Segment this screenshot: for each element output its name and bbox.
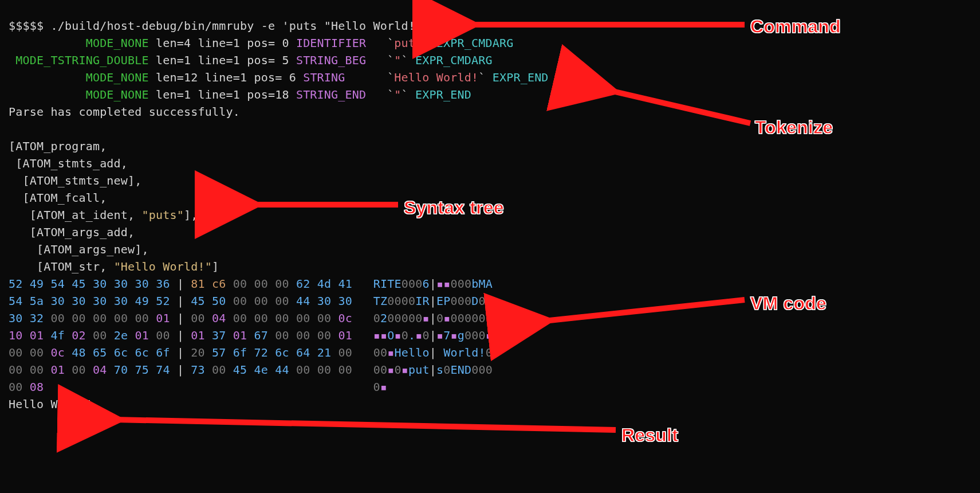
label-syntaxtree: Syntax tree <box>404 194 504 221</box>
token-line: MODE_NONE len=1 line=1 pos=18 STRING_END… <box>9 86 980 103</box>
label-vmcode: VM code <box>750 289 826 317</box>
parse-status: Parse has completed successfully. <box>9 103 980 120</box>
token-line: MODE_NONE len=12 line=1 pos= 6 STRING `H… <box>9 69 980 86</box>
syntax-tree-line: [ATOM_stmts_add, <box>9 155 980 172</box>
syntax-tree-line: [ATOM_args_new], <box>9 241 980 258</box>
hexdump-line: 00 00 01 00 04 70 75 74 | 73 00 45 4e 44… <box>9 361 980 378</box>
hexdump-line: 30 32 00 00 00 00 00 01 | 00 04 00 00 00… <box>9 310 980 327</box>
hexdump-line: 54 5a 30 30 30 30 49 52 | 45 50 00 00 00… <box>9 292 980 310</box>
hexdump-line: 00 00 0c 48 65 6c 6c 6f | 20 57 6f 72 6c… <box>9 344 980 361</box>
result-line: Hello World! <box>9 396 980 413</box>
hexdump-line: 00 08 0▪ <box>9 378 980 396</box>
syntax-tree-line: [ATOM_stmts_new], <box>9 172 980 189</box>
hexdump-line: 52 49 54 45 30 30 30 36 | 81 c6 00 00 00… <box>9 275 980 292</box>
arrow-result <box>109 413 624 446</box>
hexdump-line: 10 01 4f 02 00 2e 01 00 | 01 37 01 67 00… <box>9 327 980 344</box>
token-line: MODE_TSTRING_DOUBLE len=1 line=1 pos= 5 … <box>9 52 980 69</box>
syntax-tree-line: [ATOM_str, "Hello World!"] <box>9 258 980 275</box>
label-result: Result <box>621 421 678 449</box>
svg-line-4 <box>115 420 616 430</box>
syntax-tree-line: [ATOM_args_add, <box>9 224 980 241</box>
syntax-tree-line: [ATOM_program, <box>9 138 980 155</box>
label-command: Command <box>750 13 841 40</box>
label-tokenize: Tokenize <box>755 114 833 141</box>
